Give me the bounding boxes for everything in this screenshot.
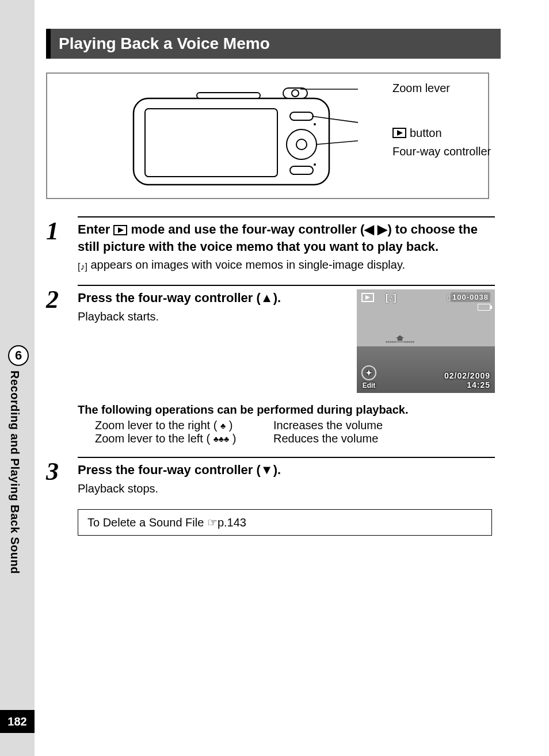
voice-memo-icon: [♪] <box>78 261 87 273</box>
section-number-badge: 6 <box>8 345 29 366</box>
linkbox-page-ref: p.143 <box>218 516 246 529</box>
screenshot-pier-graphic <box>386 331 414 348</box>
step-3-desc: Playback stops. <box>78 481 495 497</box>
ops-row2-left-post: ) <box>232 432 237 445</box>
step-1-title: Enter mode and use the four-way controll… <box>78 221 495 255</box>
label-play-text: button <box>410 124 442 142</box>
screenshot-file-id: 100-0038 <box>451 292 490 302</box>
step-3-rule <box>78 457 495 458</box>
screenshot-topbar: [♪] ▯100-0038 <box>357 293 495 312</box>
edit-wheel-icon: ✦ <box>361 365 376 380</box>
step-2: 2 Press the four-way controller (▲). Pla… <box>46 285 495 393</box>
play-icon <box>392 128 406 138</box>
svg-marker-15 <box>365 295 370 300</box>
ops-row1-right: Increases the volume <box>273 419 383 432</box>
step-1-title-mid: mode and use the four-way controller (◀ … <box>78 222 478 254</box>
section-tab: 6 Recording and Playing Back Sound <box>8 345 29 621</box>
cross-reference-box: To Delete a Sound File ☞p.143 <box>78 509 492 536</box>
battery-icon <box>478 304 490 311</box>
content-area: Playing Back a Voice Memo <box>46 29 501 536</box>
operations-table: Zoom lever to the right ( ♣ ) Increases … <box>95 419 501 445</box>
step-1-number: 1 <box>46 216 78 273</box>
svg-point-6 <box>314 123 316 125</box>
step-2-title: Press the four-way controller (▲). <box>78 289 348 307</box>
step-1-desc: [♪] appears on images with voice memos i… <box>78 257 495 273</box>
step-1-desc-text: appears on images with voice memos in si… <box>87 258 405 271</box>
page-number: 182 <box>0 710 35 733</box>
ops-row2-right: Reduces the volume <box>273 432 378 445</box>
screenshot-date: 02/02/2009 <box>444 371 490 380</box>
play-mode-icon <box>113 225 127 235</box>
label-zoom-lever: Zoom lever <box>392 79 491 97</box>
single-tree-icon: ♣ <box>220 421 226 430</box>
pointer-icon: ☞ <box>207 516 218 529</box>
lcd-screenshot: [♪] ▯100-0038 <box>357 289 495 393</box>
page: 182 6 Recording and Playing Back Sound P… <box>0 0 549 756</box>
label-controller-text: Four-way controller <box>392 143 491 160</box>
camera-illustration <box>128 81 358 190</box>
label-zoom-text: Zoom lever <box>392 79 450 97</box>
step-3-title: Press the four-way controller (▼). <box>78 461 495 479</box>
screenshot-time: 14:25 <box>444 380 490 390</box>
camera-diagram: Zoom lever button Four-way controller <box>46 72 489 199</box>
ops-row-1: Zoom lever to the right ( ♣ ) Increases … <box>95 419 501 432</box>
ops-row1-left-post: ) <box>229 419 233 432</box>
ops-row2-left-pre: Zoom lever to the left ( <box>95 432 210 445</box>
label-play-button: button <box>392 124 491 142</box>
diagram-labels: Zoom lever button Four-way controller <box>392 79 491 188</box>
svg-point-7 <box>314 163 316 166</box>
screenshot-play-icon <box>361 293 374 304</box>
section-number: 6 <box>15 348 22 363</box>
svg-rect-17 <box>398 338 403 341</box>
step-2-number: 2 <box>46 285 78 393</box>
step-1-title-pre: Enter <box>78 222 113 236</box>
svg-marker-16 <box>396 335 404 338</box>
step-1-rule <box>78 216 495 217</box>
step-2-desc: Playback starts. <box>78 309 348 324</box>
step-2-rule <box>78 285 495 286</box>
step-3: 3 Press the four-way controller (▼). Pla… <box>46 457 495 497</box>
screenshot-bottom: ✦ Edit 02/02/2009 14:25 <box>361 365 490 390</box>
ops-row-2: Zoom lever to the left ( ♣♣♣ ) Reduces t… <box>95 432 501 445</box>
triple-tree-icon: ♣♣♣ <box>214 434 230 444</box>
svg-rect-5 <box>290 166 313 174</box>
step-3-number: 3 <box>46 457 78 497</box>
svg-rect-1 <box>145 109 277 177</box>
section-title: Recording and Playing Back Sound <box>8 371 21 618</box>
linkbox-text: To Delete a Sound File <box>87 516 207 529</box>
svg-point-3 <box>296 139 307 150</box>
operations-heading: The following operations can be performe… <box>78 403 501 417</box>
screenshot-edit-label: Edit <box>363 381 376 390</box>
screenshot-memo-icon: [♪] <box>386 293 396 303</box>
label-four-way: Four-way controller <box>392 143 491 160</box>
svg-rect-8 <box>197 93 260 98</box>
svg-point-10 <box>292 90 299 97</box>
ops-row1-left-pre: Zoom lever to the right ( <box>95 419 217 432</box>
svg-rect-4 <box>290 112 313 120</box>
step-1: 1 Enter mode and use the four-way contro… <box>46 216 495 273</box>
page-title: Playing Back a Voice Memo <box>46 29 501 59</box>
